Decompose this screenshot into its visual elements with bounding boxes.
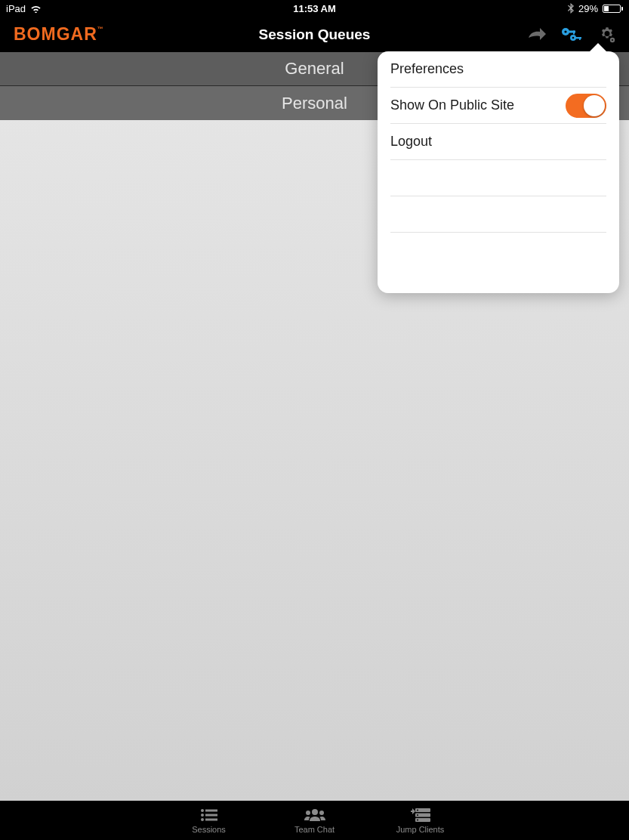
tab-sessions[interactable]: Sessions	[171, 807, 247, 834]
tab-team-chat[interactable]: Team Chat	[277, 807, 353, 834]
share-arrow-icon[interactable]	[526, 24, 547, 45]
nav-bar: BOMGAR™ Session Queues	[0, 17, 629, 52]
app-logo: BOMGAR™	[0, 24, 104, 45]
status-time: 11:53 AM	[293, 3, 336, 14]
tab-jump-clients[interactable]: Jump Clients	[383, 807, 458, 834]
svg-rect-11	[205, 810, 217, 812]
menu-label: Show On Public Site	[390, 97, 514, 113]
svg-point-5	[572, 36, 575, 39]
server-icon	[411, 807, 430, 823]
menu-item-show-public[interactable]: Show On Public Site	[390, 88, 606, 124]
menu-item-empty	[390, 233, 606, 269]
page-title: Session Queues	[259, 26, 371, 43]
battery-icon	[603, 5, 623, 13]
status-bar: iPad 11:53 AM 29%	[0, 0, 629, 17]
settings-gear-icon[interactable]	[596, 24, 617, 45]
svg-point-1	[564, 30, 566, 32]
settings-popover: Preferences Show On Public Site Logout	[378, 51, 619, 293]
svg-rect-13	[205, 814, 217, 817]
menu-item-logout[interactable]: Logout	[390, 124, 606, 160]
svg-point-16	[312, 809, 318, 815]
show-public-toggle[interactable]	[566, 94, 606, 118]
tab-label: Jump Clients	[396, 825, 445, 834]
svg-point-12	[201, 814, 204, 817]
list-icon	[200, 807, 218, 823]
menu-item-preferences[interactable]: Preferences	[390, 51, 606, 88]
svg-point-24	[417, 820, 418, 821]
svg-point-22	[417, 810, 418, 811]
wifi-icon	[30, 5, 42, 13]
svg-point-10	[201, 809, 204, 812]
menu-label: Logout	[390, 134, 432, 150]
key-icon[interactable]	[561, 24, 582, 45]
tab-bar: Sessions Team Chat Jump Clients	[0, 801, 629, 840]
svg-point-14	[201, 818, 204, 821]
menu-item-empty	[390, 196, 606, 233]
svg-point-18	[319, 811, 324, 815]
svg-rect-3	[573, 30, 575, 34]
svg-point-17	[306, 811, 310, 815]
svg-point-9	[612, 39, 613, 41]
menu-label: Preferences	[390, 61, 464, 77]
menu-item-empty	[390, 160, 606, 196]
status-left: iPad	[6, 3, 42, 14]
nav-actions	[526, 24, 629, 45]
screen: iPad 11:53 AM 29% BOMGAR™ Session Queues	[0, 0, 629, 840]
svg-rect-7	[579, 37, 581, 40]
queue-label: General	[285, 59, 344, 79]
bluetooth-icon	[568, 3, 574, 14]
tab-label: Team Chat	[294, 825, 335, 834]
status-right: 29%	[568, 3, 623, 14]
svg-rect-15	[205, 819, 217, 821]
people-icon	[304, 807, 325, 823]
svg-point-23	[417, 814, 418, 816]
toggle-knob	[584, 95, 605, 116]
battery-percent: 29%	[578, 3, 598, 14]
queue-label: Personal	[282, 94, 347, 113]
tab-label: Sessions	[192, 825, 226, 834]
device-label: iPad	[6, 3, 26, 14]
